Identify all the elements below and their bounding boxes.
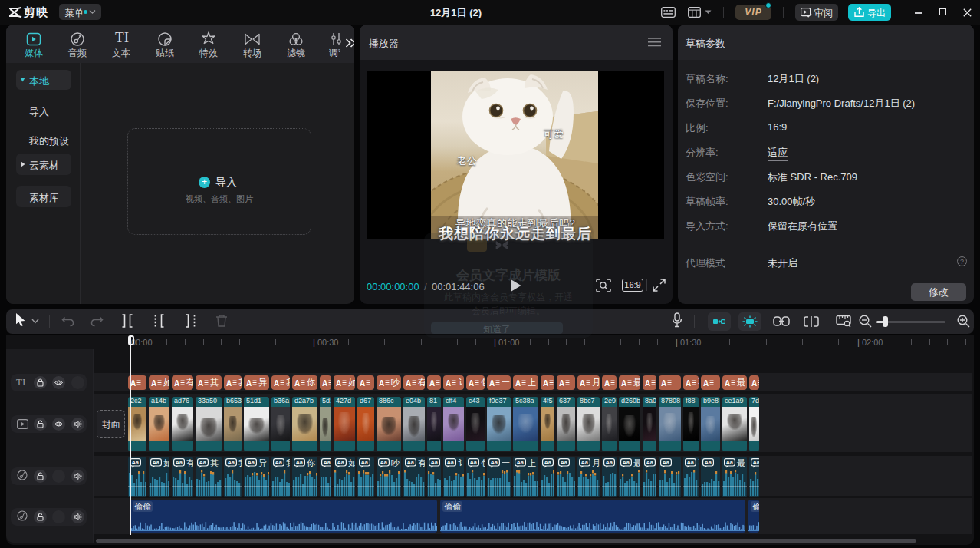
svg-text:Aa: Aa — [469, 459, 477, 466]
svg-text:A: A — [703, 379, 709, 388]
svg-text:A: A — [174, 379, 179, 388]
svg-text:Aa: Aa — [580, 459, 588, 466]
svg-text:Aa: Aa — [662, 459, 669, 466]
svg-text:A: A — [645, 379, 650, 388]
svg-text:Aa: Aa — [646, 459, 653, 466]
svg-text:Aa: Aa — [406, 459, 414, 466]
svg-text:Aa: Aa — [544, 459, 551, 466]
svg-text:Aa: Aa — [560, 459, 567, 466]
svg-text:A: A — [686, 379, 691, 388]
svg-text:A: A — [604, 379, 610, 388]
svg-text:Aa: Aa — [704, 459, 712, 466]
svg-text:Aa: Aa — [199, 459, 206, 466]
svg-text:Aa: Aa — [275, 459, 282, 466]
svg-text:A: A — [489, 379, 495, 388]
svg-text:A: A — [751, 379, 757, 388]
svg-text:Aa: Aa — [430, 459, 438, 466]
svg-text:Aa: Aa — [360, 459, 368, 466]
svg-text:A: A — [406, 379, 411, 388]
svg-text:A: A — [429, 379, 435, 388]
svg-text:A: A — [446, 379, 451, 388]
svg-text:Aa: Aa — [175, 459, 183, 466]
svg-text:A: A — [580, 379, 585, 388]
svg-text:Aa: Aa — [152, 459, 159, 466]
svg-text:A: A — [725, 379, 730, 388]
svg-text:Aa: Aa — [131, 459, 139, 466]
svg-text:Aa: Aa — [622, 459, 630, 466]
svg-text:A: A — [274, 379, 279, 388]
svg-text:A: A — [294, 379, 300, 388]
svg-text:A: A — [360, 379, 365, 388]
svg-text:A: A — [151, 379, 156, 388]
svg-text:A: A — [322, 379, 327, 388]
svg-text:Aa: Aa — [516, 459, 524, 466]
svg-text:Aa: Aa — [247, 459, 255, 466]
svg-text:A: A — [246, 379, 252, 388]
svg-text:Aa: Aa — [752, 459, 759, 466]
svg-text:Aa: Aa — [380, 459, 387, 466]
svg-text:Aa: Aa — [227, 459, 235, 466]
svg-text:A: A — [336, 379, 341, 388]
svg-text:A: A — [621, 379, 626, 388]
svg-text:Aa: Aa — [295, 459, 303, 466]
svg-text:A: A — [469, 379, 474, 388]
svg-text:Aa: Aa — [686, 459, 694, 466]
svg-text:Aa: Aa — [725, 459, 733, 466]
svg-text:A: A — [379, 379, 384, 388]
svg-text:A: A — [559, 379, 564, 388]
svg-text:Aa: Aa — [490, 459, 498, 466]
svg-text:A: A — [226, 379, 232, 388]
svg-text:A: A — [130, 379, 136, 388]
svg-text:Aa: Aa — [323, 459, 331, 466]
svg-text:Aa: Aa — [337, 459, 344, 466]
svg-text:A: A — [515, 379, 521, 388]
svg-text:A: A — [661, 379, 666, 388]
svg-text:A: A — [543, 379, 548, 388]
svg-text:A: A — [198, 379, 203, 388]
svg-text:Aa: Aa — [605, 459, 613, 466]
svg-text:Aa: Aa — [446, 459, 454, 466]
